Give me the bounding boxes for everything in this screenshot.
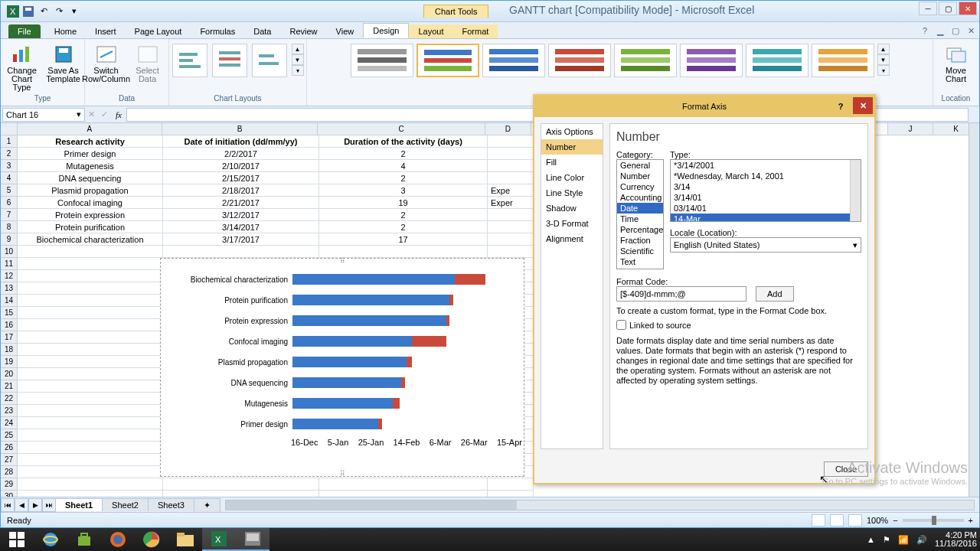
embedded-chart[interactable]: ⠿ ⠿ Biochemical characterizationProtein …	[160, 258, 524, 477]
cell-B10[interactable]	[163, 246, 319, 258]
cell-D30[interactable]	[488, 491, 534, 497]
cell-B5[interactable]: 2/18/2017	[163, 184, 319, 197]
tab-data[interactable]: Data	[244, 24, 280, 38]
chart-bar-series2[interactable]	[446, 315, 450, 326]
sheet-tab-1[interactable]: Sheet1	[55, 498, 103, 511]
tray-flag-icon[interactable]: ⚑	[883, 535, 890, 545]
tray-network-icon[interactable]: 📶	[898, 535, 909, 545]
style-scroll-up[interactable]: ▲	[877, 44, 890, 54]
cell-B8[interactable]: 3/14/2017	[163, 221, 319, 233]
tab-view[interactable]: View	[327, 24, 364, 38]
row-header-23[interactable]: 23	[1, 405, 18, 417]
dialog-nav-line-color[interactable]: Line Color	[541, 170, 603, 185]
row-header-16[interactable]: 16	[1, 319, 18, 331]
category-option[interactable]: Currency	[617, 181, 663, 192]
row-header-14[interactable]: 14	[1, 295, 18, 307]
tab-file[interactable]: File	[8, 24, 41, 38]
tab-nav-first[interactable]: ⏮	[1, 498, 15, 512]
chart-bar-series2[interactable]	[407, 357, 412, 367]
chart-bar-series1[interactable]	[292, 377, 401, 388]
category-option[interactable]: Percentage	[617, 224, 663, 235]
chart-bar-series1[interactable]	[292, 274, 455, 285]
view-normal-button[interactable]	[812, 514, 825, 527]
vertical-scrollbar[interactable]	[969, 123, 979, 497]
chart-layout-1[interactable]	[172, 44, 207, 77]
tab-design[interactable]: Design	[363, 23, 409, 38]
row-header-12[interactable]: 12	[1, 270, 18, 282]
locale-dropdown[interactable]: English (United States)▾	[670, 237, 861, 253]
cell-A4[interactable]: DNA sequencing	[18, 172, 163, 184]
row-header-10[interactable]: 10	[1, 246, 18, 258]
tab-nav-prev[interactable]: ◀	[15, 498, 28, 512]
cell-B9[interactable]: 3/17/2017	[163, 233, 319, 246]
style-scroll-down[interactable]: ▼	[877, 54, 890, 65]
type-option[interactable]: 14-Mar	[671, 214, 861, 222]
window-close-button[interactable]: ✕	[959, 2, 977, 15]
chart-bar-series1[interactable]	[292, 295, 449, 305]
cell-A25[interactable]	[18, 429, 163, 442]
cell-C10[interactable]	[319, 246, 488, 258]
sheet-tab-3[interactable]: Sheet3	[148, 498, 194, 511]
cell-A28[interactable]	[18, 466, 163, 478]
cell-A17[interactable]	[18, 331, 163, 344]
cell-C5[interactable]: 3	[319, 184, 488, 197]
column-header-C[interactable]: C	[318, 123, 485, 135]
cell-A11[interactable]	[18, 258, 163, 270]
category-option[interactable]: Text	[617, 256, 663, 267]
chart-bar-series1[interactable]	[292, 336, 412, 347]
cell-A23[interactable]	[18, 405, 163, 417]
chart-bar-series2[interactable]	[449, 295, 453, 305]
window-minimize-button[interactable]: ─	[919, 2, 937, 15]
cell-A8[interactable]: Protein purification	[18, 221, 163, 233]
dialog-close-x-button[interactable]: ✕	[853, 97, 873, 114]
cell-A16[interactable]	[18, 319, 163, 331]
dialog-nav-number[interactable]: Number	[541, 139, 603, 155]
cell-C29[interactable]	[319, 478, 488, 491]
dialog-nav-axis-options[interactable]: Axis Options	[541, 124, 603, 139]
row-header-9[interactable]: 9	[1, 233, 18, 246]
cell-D10[interactable]	[488, 246, 534, 258]
category-option[interactable]: Fraction	[617, 235, 663, 246]
cell-B30[interactable]	[163, 491, 319, 497]
layout-more[interactable]: ▾	[292, 65, 304, 76]
taskbar-ie-icon[interactable]	[34, 528, 67, 551]
cell-C7[interactable]: 2	[319, 209, 488, 221]
tab-layout[interactable]: Layout	[409, 24, 452, 38]
layout-scroll-down[interactable]: ▼	[292, 54, 304, 65]
cell-A6[interactable]: Confocal imaging	[18, 197, 163, 209]
type-scrollbar[interactable]	[850, 160, 861, 221]
type-option[interactable]: *Wednesday, March 14, 2001	[671, 171, 861, 181]
row-header-1[interactable]: 1	[1, 135, 18, 148]
tab-insert[interactable]: Insert	[86, 24, 126, 38]
cell-C6[interactable]: 19	[319, 197, 488, 209]
chart-layout-3[interactable]	[252, 44, 287, 77]
cell-A14[interactable]	[18, 295, 163, 307]
type-option[interactable]: *3/14/2001	[671, 160, 861, 171]
cell-A12[interactable]	[18, 270, 163, 282]
row-header-21[interactable]: 21	[1, 380, 18, 393]
chart-bar-series1[interactable]	[292, 398, 393, 409]
cell-D5[interactable]: Expe	[488, 184, 534, 197]
category-listbox[interactable]: GeneralNumberCurrencyAccountingDateTimeP…	[616, 159, 664, 269]
cell-C4[interactable]: 2	[319, 172, 488, 184]
row-header-22[interactable]: 22	[1, 393, 18, 405]
dialog-nav-shadow[interactable]: Shadow	[541, 201, 603, 216]
cell-C3[interactable]: 4	[319, 160, 488, 172]
format-code-input[interactable]: [$-409]d-mmm;@	[616, 286, 746, 302]
category-option[interactable]: Accounting	[617, 192, 663, 203]
taskbar-explorer-icon[interactable]	[168, 528, 202, 551]
cell-C9[interactable]: 17	[319, 233, 488, 246]
chart-style-6[interactable]	[680, 44, 743, 77]
chart-bar-series1[interactable]	[292, 419, 378, 429]
cell-D29[interactable]	[488, 478, 534, 491]
category-option[interactable]: Special	[617, 267, 663, 269]
view-page-break-button[interactable]	[848, 514, 862, 527]
ribbon-minimize-icon[interactable]: ▁	[934, 24, 946, 37]
cell-D6[interactable]: Exper	[488, 197, 534, 209]
add-button[interactable]: Add	[756, 286, 794, 302]
save-icon[interactable]	[22, 5, 34, 18]
row-header-17[interactable]: 17	[1, 331, 18, 344]
cancel-formula-icon[interactable]: ✕	[88, 109, 95, 119]
cell-D8[interactable]	[488, 221, 534, 233]
dialog-help-button[interactable]: ?	[831, 102, 850, 111]
